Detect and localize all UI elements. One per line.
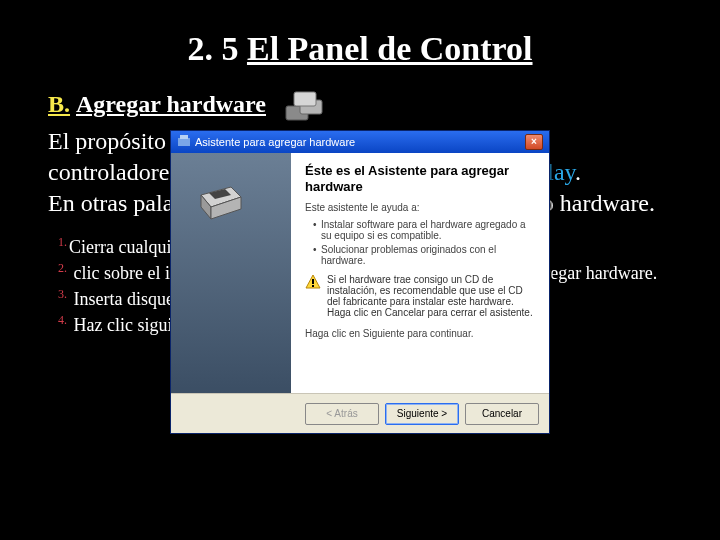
- page-title: 2. 5 El Panel de Control: [48, 30, 672, 68]
- back-button[interactable]: < Atrás: [305, 403, 379, 425]
- wizard-title: Asistente para agregar hardware: [195, 136, 355, 148]
- wizard-title-icon: [177, 134, 191, 150]
- svg-rect-11: [312, 285, 314, 287]
- title-prefix: 2. 5: [187, 30, 247, 67]
- svg-rect-10: [312, 279, 314, 284]
- slide: 2. 5 El Panel de Control B. Agregar hard…: [0, 0, 720, 540]
- wizard-titlebar[interactable]: Asistente para agregar hardware ×: [171, 131, 549, 153]
- next-button[interactable]: Siguiente >: [385, 403, 459, 425]
- wizard-bullet: Instalar software para el hardware agreg…: [313, 219, 535, 241]
- wizard-heading: Éste es el Asistente para agregar hardwa…: [305, 163, 535, 194]
- warning-icon: [305, 274, 321, 292]
- para1-b: .: [575, 159, 581, 185]
- step-number: 4.: [58, 313, 67, 327]
- hardware-wizard-window: Asistente para agregar hardware × Éste e…: [170, 130, 550, 434]
- wizard-button-bar: < Atrás Siguiente > Cancelar: [171, 393, 549, 433]
- wizard-bullet: Solucionar problemas originados con el h…: [313, 244, 535, 266]
- close-button[interactable]: ×: [525, 134, 543, 150]
- svg-rect-4: [180, 135, 188, 139]
- step-number: 3.: [58, 287, 67, 301]
- section-title: Agregar hardware: [76, 91, 266, 117]
- title-main: El Panel de Control: [247, 30, 533, 67]
- wizard-warning-text: Si el hardware trae consigo un CD de ins…: [327, 274, 535, 318]
- svg-rect-3: [178, 138, 190, 146]
- step-number: 2.: [58, 261, 67, 275]
- wizard-main: Éste es el Asistente para agregar hardwa…: [291, 153, 549, 393]
- wizard-warning: Si el hardware trae consigo un CD de ins…: [305, 274, 535, 318]
- step-number: 1.: [58, 235, 67, 249]
- cancel-button[interactable]: Cancelar: [465, 403, 539, 425]
- svg-rect-2: [294, 92, 316, 106]
- wizard-continue-text: Haga clic en Siguiente para continuar.: [305, 328, 535, 339]
- section-letter: B.: [48, 91, 70, 117]
- close-icon: ×: [531, 137, 537, 147]
- wizard-body: Éste es el Asistente para agregar hardwa…: [171, 153, 549, 393]
- wizard-bullets: Instalar software para el hardware agreg…: [313, 219, 535, 266]
- wizard-side-graphic: [171, 153, 291, 393]
- wizard-intro: Este asistente le ayuda a:: [305, 202, 535, 213]
- hardware-wizard-icon: [272, 91, 328, 117]
